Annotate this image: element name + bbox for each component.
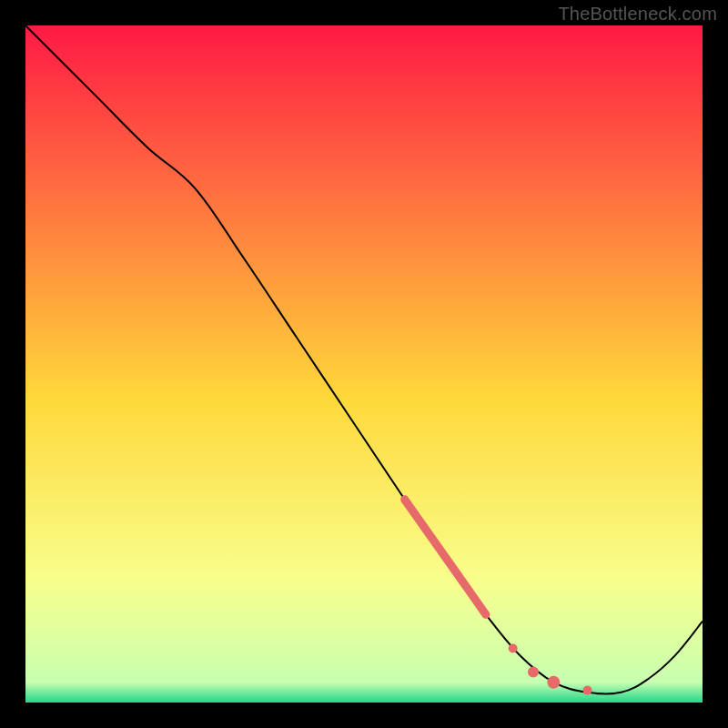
dot-b xyxy=(528,667,539,678)
dot-a xyxy=(509,643,518,652)
chart-svg xyxy=(25,25,703,703)
watermark-text: TheBottleneck.com xyxy=(558,4,717,25)
dot-d xyxy=(583,686,592,695)
dot-c xyxy=(547,676,560,689)
chart-container: TheBottleneck.com xyxy=(0,0,728,728)
plot-area xyxy=(25,25,703,703)
